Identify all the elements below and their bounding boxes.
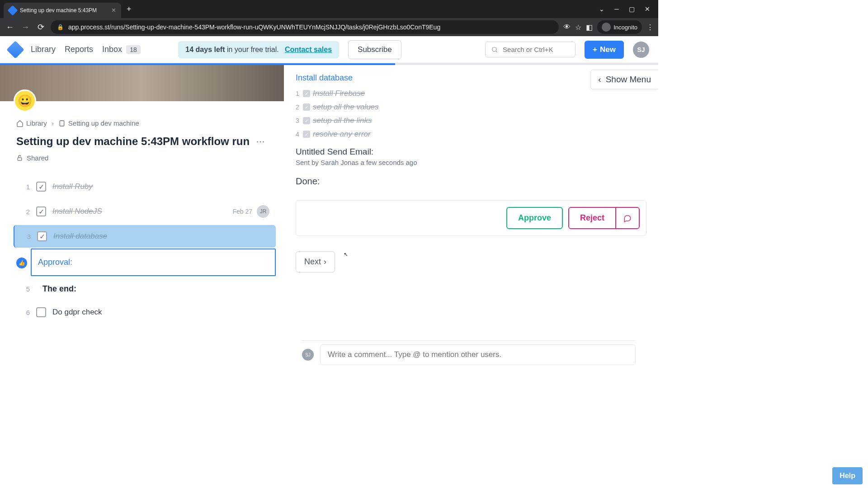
tabs-dropdown-icon[interactable]: ⌄ xyxy=(599,5,604,13)
breadcrumb: Library › Setting up dev machine xyxy=(0,101,284,131)
breadcrumb-library[interactable]: Library xyxy=(16,119,47,127)
url-text: app.process.st/runs/Setting-up-dev-machi… xyxy=(68,23,440,31)
browser-tab-bar: Setting up dev machine 5:43PM × + ⌄ ─ ▢ … xyxy=(0,0,658,18)
task-checkbox[interactable]: ✓ xyxy=(37,231,47,241)
task-list: 1 ✓ Install Ruby 2 ✓ Install NodeJS Feb … xyxy=(0,175,284,324)
app-header: Library Reports Inbox 18 14 days left in… xyxy=(0,36,658,63)
task-assignee-avatar[interactable]: JR xyxy=(257,205,269,218)
task-checkbox[interactable]: ✓ xyxy=(36,206,46,216)
email-sent-info: Sent by Sarah Jonas a few seconds ago xyxy=(296,159,646,166)
eye-off-icon[interactable]: 👁 xyxy=(563,23,571,31)
done-field-label: Done: xyxy=(296,176,646,187)
browser-nav-bar: ← → ⟳ 🔒 app.process.st/runs/Setting-up-d… xyxy=(0,18,658,36)
nav-inbox[interactable]: Inbox 18 xyxy=(102,45,141,54)
reject-button[interactable]: Reject xyxy=(569,208,616,228)
task-label: Do gdpr check xyxy=(52,308,102,317)
page-title: Setting up dev machine 5:43PM workflow r… xyxy=(16,135,250,148)
show-menu-button[interactable]: ‹ Show Menu xyxy=(590,70,658,89)
task-row[interactable]: 2 ✓ Install NodeJS Feb 27 JR xyxy=(14,199,276,224)
chevron-right-icon: › xyxy=(324,257,326,267)
contact-sales-link[interactable]: Contact sales xyxy=(285,46,332,53)
search-input[interactable] xyxy=(503,46,570,53)
nav-library[interactable]: Library xyxy=(31,45,56,54)
forward-button[interactable]: → xyxy=(20,23,31,32)
thumbs-up-icon: 👍 xyxy=(16,258,27,268)
email-field-label: Untitled Send Email: xyxy=(296,147,646,157)
svg-rect-3 xyxy=(18,158,22,160)
shared-indicator[interactable]: Shared xyxy=(0,152,284,175)
subtask-row[interactable]: 3 ✓ setup all the links xyxy=(296,116,646,125)
cover-image: 😀 xyxy=(0,65,284,101)
app-logo[interactable] xyxy=(6,41,24,59)
browser-tab[interactable]: Setting up dev machine 5:43PM × xyxy=(4,3,121,18)
subscribe-button[interactable]: Subscribe xyxy=(348,40,401,59)
subtask-checkbox[interactable]: ✓ xyxy=(303,131,310,138)
left-panel: 😀 Library › Setting up dev machine Setti… xyxy=(0,65,284,369)
task-detail-panel: Install database 1 ✓ Install Firebase 2 … xyxy=(284,65,658,369)
trial-banner: 14 days left in your free trial. Contact… xyxy=(178,41,339,58)
close-window-icon[interactable]: ✕ xyxy=(645,5,650,13)
section-header[interactable]: The end: xyxy=(36,277,83,301)
approve-button[interactable]: Approve xyxy=(506,207,563,229)
unlock-icon xyxy=(16,155,23,161)
comment-input[interactable] xyxy=(320,344,636,365)
comment-avatar: SJ xyxy=(302,349,314,361)
reload-button[interactable]: ⟳ xyxy=(35,22,46,32)
task-label: Install NodeJS xyxy=(52,207,102,216)
tab-favicon xyxy=(8,5,18,16)
subtask-checkbox[interactable]: ✓ xyxy=(303,90,310,97)
url-bar[interactable]: 🔒 app.process.st/runs/Setting-up-dev-mac… xyxy=(51,20,559,34)
document-icon xyxy=(58,120,66,127)
approval-label: Approval: xyxy=(38,258,72,267)
task-checkbox[interactable]: ✓ xyxy=(36,182,46,192)
subtask-row[interactable]: 2 ✓ setup all the values xyxy=(296,103,646,112)
approval-task-row[interactable]: 👍 Approval: xyxy=(31,249,276,276)
minimize-icon[interactable]: ─ xyxy=(614,5,619,13)
svg-line-1 xyxy=(496,51,497,52)
search-icon xyxy=(491,46,498,53)
incognito-icon xyxy=(602,23,611,32)
comment-composer: SJ xyxy=(302,340,636,369)
subtask-row[interactable]: 4 ✓ resolve any error xyxy=(296,130,646,139)
more-menu-icon[interactable]: ⋯ xyxy=(256,136,265,147)
chevron-right-icon: › xyxy=(52,119,54,127)
workflow-emoji[interactable]: 😀 xyxy=(14,89,36,112)
home-icon xyxy=(16,120,24,127)
window-controls: ⌄ ─ ▢ ✕ xyxy=(599,5,658,13)
comment-icon xyxy=(623,214,632,222)
close-tab-icon[interactable]: × xyxy=(112,6,116,14)
task-label: Install Ruby xyxy=(52,182,93,191)
task-row[interactable]: 3 ✓ Install database xyxy=(14,225,276,248)
task-row[interactable]: 1 ✓ Install Ruby xyxy=(14,175,276,198)
task-date: Feb 27 xyxy=(232,208,252,215)
incognito-badge[interactable]: Incognito xyxy=(597,20,642,34)
lock-icon: 🔒 xyxy=(57,24,64,30)
tab-title: Setting up dev machine 5:43PM xyxy=(20,7,108,14)
browser-menu-icon[interactable]: ⋮ xyxy=(646,23,654,32)
inbox-count-badge: 18 xyxy=(126,45,141,54)
user-avatar[interactable]: SJ xyxy=(633,42,649,58)
bookmark-icon[interactable]: ☆ xyxy=(575,23,581,32)
back-button[interactable]: ← xyxy=(5,23,15,32)
task-label: Install database xyxy=(53,232,107,241)
chevron-left-icon: ‹ xyxy=(598,75,601,84)
subtask-checkbox[interactable]: ✓ xyxy=(303,103,310,111)
nav-reports[interactable]: Reports xyxy=(65,45,93,54)
task-checkbox[interactable] xyxy=(36,307,46,317)
plus-icon: + xyxy=(593,45,597,54)
extensions-icon[interactable]: ◧ xyxy=(586,23,593,32)
next-button[interactable]: Next › xyxy=(296,251,335,272)
breadcrumb-workflow[interactable]: Setting up dev machine xyxy=(58,119,139,127)
search-box[interactable] xyxy=(485,42,576,57)
svg-point-0 xyxy=(492,47,496,51)
subtask-checkbox[interactable]: ✓ xyxy=(303,117,310,124)
new-tab-button[interactable]: + xyxy=(127,5,132,14)
reject-button-group: Reject xyxy=(568,207,640,229)
maximize-icon[interactable]: ▢ xyxy=(629,5,635,13)
svg-rect-2 xyxy=(60,121,64,126)
subtask-row[interactable]: 1 ✓ Install Firebase xyxy=(296,89,646,98)
reject-comment-button[interactable] xyxy=(616,208,639,228)
task-row[interactable]: 6 Do gdpr check xyxy=(14,301,276,324)
new-button[interactable]: + New xyxy=(585,41,624,59)
approval-actions-card: Approve Reject xyxy=(296,200,646,236)
